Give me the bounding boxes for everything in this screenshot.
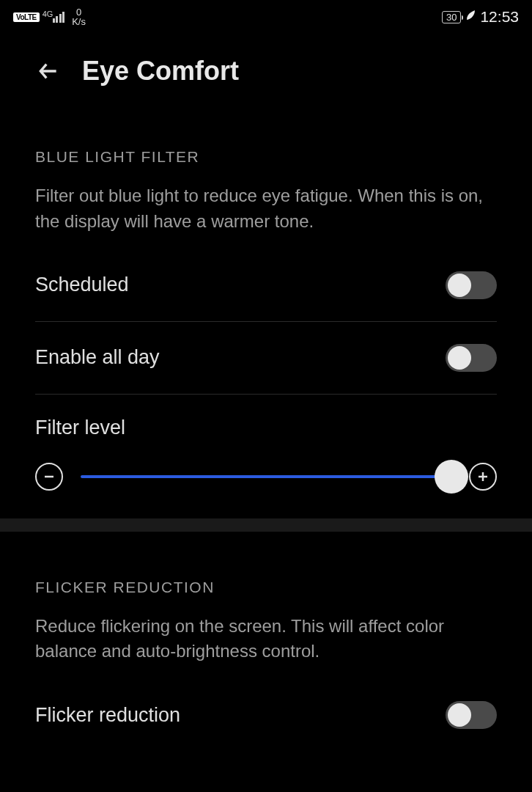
- status-right: 30 12:53: [442, 8, 519, 26]
- section-divider: [0, 518, 532, 532]
- volte-badge: VoLTE: [13, 12, 40, 22]
- toggle-knob: [448, 703, 471, 727]
- signal-bars-icon: [53, 12, 65, 23]
- decrease-button[interactable]: [35, 463, 63, 491]
- back-arrow-icon[interactable]: [37, 59, 60, 83]
- filter-level-row: Filter level: [35, 395, 497, 450]
- page-title: Eye Comfort: [82, 56, 239, 87]
- filter-level-slider-row: [35, 450, 497, 518]
- page-header: Eye Comfort: [0, 31, 532, 101]
- filter-level-label: Filter level: [35, 417, 125, 439]
- increase-button[interactable]: [469, 463, 497, 491]
- plus-icon: [476, 470, 489, 483]
- flicker-reduction-row[interactable]: Flicker reduction: [35, 679, 497, 751]
- flicker-reduction-toggle[interactable]: [446, 701, 497, 729]
- flicker-reduction-label: Flicker reduction: [35, 704, 180, 727]
- scheduled-label: Scheduled: [35, 274, 129, 296]
- status-bar: VoLTE 4G 0 K/s 30 12:53: [0, 0, 532, 31]
- status-left: VoLTE 4G 0 K/s: [13, 7, 86, 26]
- scheduled-toggle[interactable]: [446, 271, 497, 299]
- network-speed: 0 K/s: [72, 7, 86, 26]
- blue-light-section: BLUE LIGHT FILTER Filter out blue light …: [0, 148, 532, 532]
- toggle-knob: [448, 274, 471, 297]
- clock: 12:53: [480, 8, 519, 26]
- power-save-icon: [465, 10, 476, 24]
- blue-light-description: Filter out blue light to reduce eye fati…: [35, 183, 497, 235]
- enable-all-day-label: Enable all day: [35, 346, 160, 369]
- network-label: 4G: [43, 10, 53, 18]
- flicker-section: FLICKER REDUCTION Reduce flickering on t…: [0, 579, 532, 752]
- enable-all-day-row[interactable]: Enable all day: [35, 322, 497, 395]
- flicker-description: Reduce flickering on the screen. This wi…: [35, 614, 497, 665]
- blue-light-heading: BLUE LIGHT FILTER: [35, 148, 497, 166]
- enable-all-day-toggle[interactable]: [446, 344, 497, 372]
- minus-icon: [43, 470, 56, 483]
- scheduled-row[interactable]: Scheduled: [35, 249, 497, 322]
- filter-level-slider[interactable]: [81, 475, 451, 478]
- signal-indicator: 4G: [44, 12, 65, 23]
- toggle-knob: [448, 346, 471, 370]
- battery-indicator: 30: [442, 11, 461, 23]
- slider-thumb[interactable]: [435, 460, 468, 494]
- flicker-heading: FLICKER REDUCTION: [35, 579, 497, 596]
